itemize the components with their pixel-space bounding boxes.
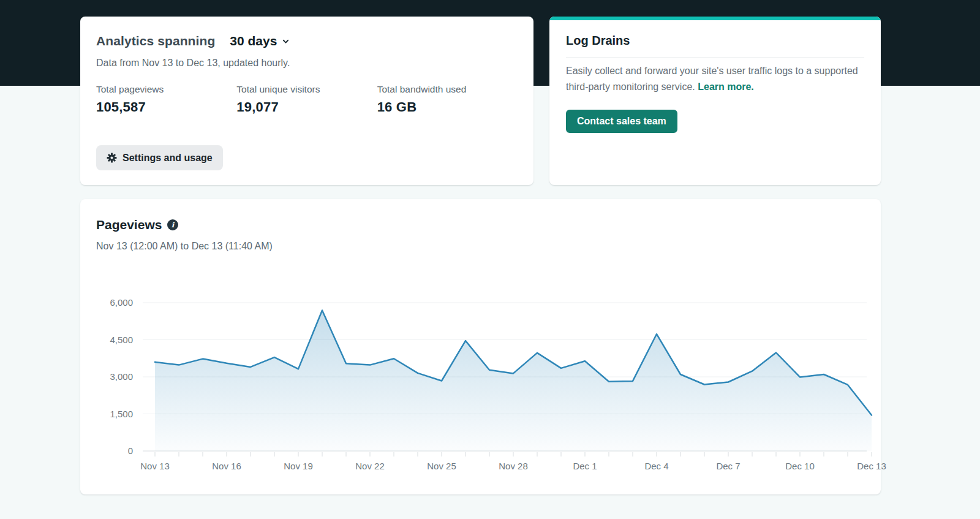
x-axis-label: Nov 16 [212,461,241,471]
x-axis-label: Nov 13 [140,461,170,471]
stat-label: Total unique visitors [236,84,377,95]
analytics-subtitle: Data from Nov 13 to Dec 13, updated hour… [96,58,518,69]
y-axis-label: 3,000 [110,371,133,382]
x-axis-label: Dec 10 [785,461,815,471]
y-axis-label: 4,500 [110,335,133,345]
y-axis-label: 6,000 [110,297,133,308]
x-axis-label: Dec 13 [857,461,886,471]
learn-more-link[interactable]: Learn more. [698,81,754,92]
x-axis-label: Nov 19 [284,461,313,471]
chevron-down-icon [282,37,290,45]
stats-row: Total pageviews 105,587 Total unique vis… [96,84,518,115]
settings-and-usage-button[interactable]: Settings and usage [96,145,223,170]
analytics-summary-card: Analytics spanning 30 days Data from Nov… [80,17,533,185]
x-axis-label: Nov 25 [427,461,456,471]
stat-value: 16 GB [377,99,518,115]
analytics-header: Analytics spanning 30 days [96,34,518,48]
log-drains-title: Log Drains [566,34,864,48]
log-drains-card: Log Drains Easily collect and forward yo… [549,17,881,185]
x-axis-label: Dec 7 [716,461,740,471]
pageviews-card: Pageviews i Nov 13 (12:00 AM) to Dec 13 … [80,199,881,494]
stat-value: 105,587 [96,99,236,115]
stat-total-pageviews: Total pageviews 105,587 [96,84,236,115]
info-icon[interactable]: i [167,219,178,230]
date-range-dropdown[interactable]: 30 days [230,34,290,48]
analytics-title: Analytics spanning [96,34,215,48]
settings-button-label: Settings and usage [123,153,213,164]
x-axis-label: Dec 4 [644,461,668,471]
date-range-value: 30 days [230,34,277,48]
stat-unique-visitors: Total unique visitors 19,077 [236,84,377,115]
x-axis-label: Dec 1 [573,461,597,471]
stat-value: 19,077 [236,99,377,115]
y-axis-label: 1,500 [110,409,133,419]
stat-label: Total pageviews [96,84,236,95]
y-axis-label: 0 [128,445,133,456]
stat-bandwidth-used: Total bandwidth used 16 GB [377,84,518,115]
pageviews-date-range: Nov 13 (12:00 AM) to Dec 13 (11:40 AM) [96,241,881,252]
log-drains-description: Easily collect and forward your site's u… [566,63,867,95]
pageviews-chart[interactable]: 01,5003,0004,5006,000Nov 13Nov 16Nov 19N… [96,272,877,477]
stat-label: Total bandwidth used [377,84,518,95]
x-axis-label: Nov 22 [355,461,385,471]
gear-icon [107,153,117,163]
contact-sales-button[interactable]: Contact sales team [566,110,677,133]
divider [566,57,864,58]
pageviews-title: Pageviews [96,218,162,232]
area-fill [155,311,872,452]
x-axis-label: Nov 28 [499,461,528,471]
